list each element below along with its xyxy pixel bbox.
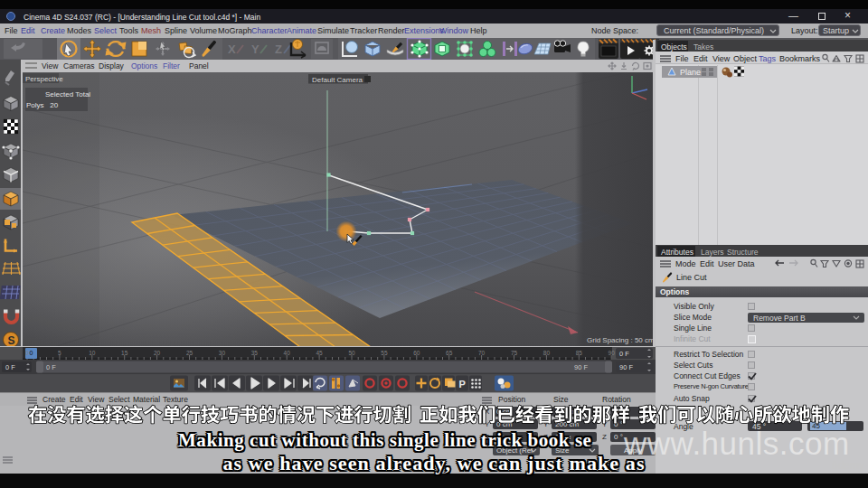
svg-text:Grid Spacing : 50 cm: Grid Spacing : 50 cm xyxy=(587,336,655,344)
svg-text:90 F: 90 F xyxy=(619,363,633,371)
svg-text:40: 40 xyxy=(284,350,291,356)
svg-text:60: 60 xyxy=(413,350,420,356)
svg-text:0 F: 0 F xyxy=(619,350,629,358)
svg-text:35: 35 xyxy=(251,350,259,356)
svg-text:5: 5 xyxy=(58,350,61,356)
svg-text:50: 50 xyxy=(348,350,355,356)
svg-text:45: 45 xyxy=(316,350,323,356)
svg-text:55: 55 xyxy=(381,350,388,356)
svg-text:Default Camera: Default Camera xyxy=(312,76,363,84)
svg-text:Perspective: Perspective xyxy=(25,75,63,83)
svg-text:70: 70 xyxy=(478,350,486,356)
svg-text:P: P xyxy=(459,379,466,389)
svg-text:90: 90 xyxy=(609,350,616,356)
svg-text:30: 30 xyxy=(219,350,226,356)
svg-text:0 F: 0 F xyxy=(5,363,15,371)
svg-text:10: 10 xyxy=(89,350,96,356)
svg-text:Polys 20: Polys 20 xyxy=(26,101,59,109)
svg-text:S: S xyxy=(8,334,15,347)
svg-text:75: 75 xyxy=(511,350,518,356)
svg-text:0 F: 0 F xyxy=(46,363,56,371)
svg-text:15: 15 xyxy=(121,350,128,356)
svg-text:Z: Z xyxy=(275,42,282,56)
svg-text:0: 0 xyxy=(30,350,33,356)
svg-text:90 F: 90 F xyxy=(574,363,588,371)
svg-text:80: 80 xyxy=(543,350,551,356)
svg-text:Y: Y xyxy=(251,42,259,56)
svg-text:85: 85 xyxy=(576,350,583,356)
svg-text:Selected Total: Selected Total xyxy=(45,90,90,99)
svg-text:20: 20 xyxy=(154,350,161,356)
svg-text:25: 25 xyxy=(186,350,193,356)
svg-text:X: X xyxy=(228,42,236,56)
svg-text:65: 65 xyxy=(446,350,453,356)
